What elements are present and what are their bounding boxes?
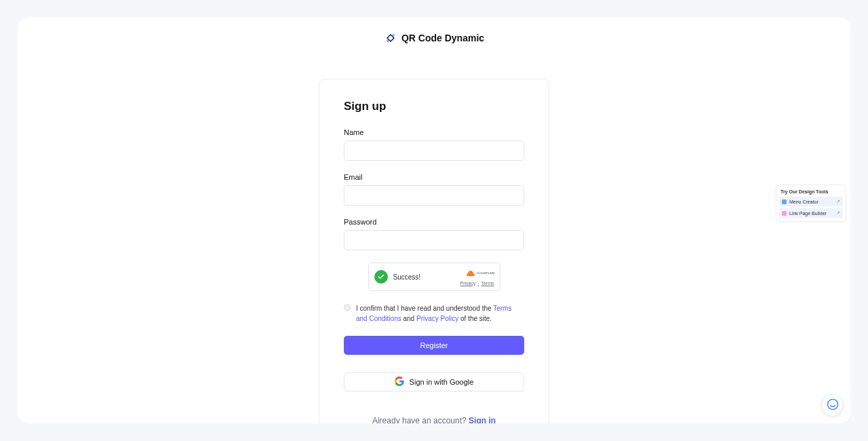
design-tools-widget: Try Our Design Tools Menu Creator ↗ Link… xyxy=(776,185,846,222)
sidebar-item-menu-creator[interactable]: Menu Creator ↗ xyxy=(779,197,843,206)
email-field: Email xyxy=(344,173,524,206)
success-check-icon xyxy=(374,270,388,284)
terms-checkbox[interactable] xyxy=(344,304,351,311)
password-field: Password xyxy=(344,218,524,250)
svg-point-0 xyxy=(392,34,394,36)
google-icon xyxy=(395,377,404,387)
external-link-icon: ↗ xyxy=(836,210,840,216)
privacy-link[interactable]: Privacy Policy xyxy=(416,315,458,322)
name-input[interactable] xyxy=(344,140,524,161)
signin-google-button[interactable]: Sign in with Google xyxy=(344,372,524,391)
captcha-right: CLOUDFLARE Privacy · Terms xyxy=(460,269,494,286)
cloudflare-icon: CLOUDFLARE xyxy=(463,269,494,281)
chat-button[interactable] xyxy=(821,394,844,417)
svg-text:CLOUDFLARE: CLOUDFLARE xyxy=(477,271,494,275)
chat-icon xyxy=(826,398,840,414)
captcha-terms-link[interactable]: Terms xyxy=(481,281,494,286)
logo-text: QR Code Dynamic xyxy=(401,33,484,43)
email-label: Email xyxy=(344,173,524,181)
email-input[interactable] xyxy=(344,185,524,206)
captcha-message: Success! xyxy=(393,273,421,281)
password-label: Password xyxy=(344,218,524,226)
menu-icon xyxy=(782,199,787,204)
app-container: QR Code Dynamic Sign up Name Email Passw… xyxy=(18,18,850,423)
logo-bar: QR Code Dynamic xyxy=(18,18,850,58)
signin-link[interactable]: Sign in xyxy=(469,416,496,423)
captcha-privacy-link[interactable]: Privacy xyxy=(460,281,476,286)
link-icon xyxy=(782,211,787,216)
register-button[interactable]: Register xyxy=(344,336,524,355)
signup-card: Sign up Name Email Password Success! xyxy=(319,79,549,423)
external-link-icon: ↗ xyxy=(836,199,840,204)
google-button-label: Sign in with Google xyxy=(410,378,474,386)
card-title: Sign up xyxy=(344,100,524,113)
name-field: Name xyxy=(344,128,524,161)
svg-point-1 xyxy=(387,40,389,42)
terms-row: I confirm that I have read and understoo… xyxy=(344,303,524,324)
svg-point-3 xyxy=(827,399,837,409)
captcha-legal: Privacy · Terms xyxy=(460,281,494,286)
name-label: Name xyxy=(344,128,524,136)
captcha-left: Success! xyxy=(374,270,421,284)
logo-icon xyxy=(384,31,397,45)
sidebar-item-link-page-builder[interactable]: Link Page Builder ↗ xyxy=(779,208,843,218)
password-input[interactable] xyxy=(344,230,524,250)
already-row: Already have an account? Sign in xyxy=(344,416,524,423)
terms-text: I confirm that I have read and understoo… xyxy=(356,303,524,324)
captcha-widget: Success! CLOUDFLARE Privacy · Terms xyxy=(368,263,500,291)
side-widget-title: Try Our Design Tools xyxy=(779,189,843,197)
